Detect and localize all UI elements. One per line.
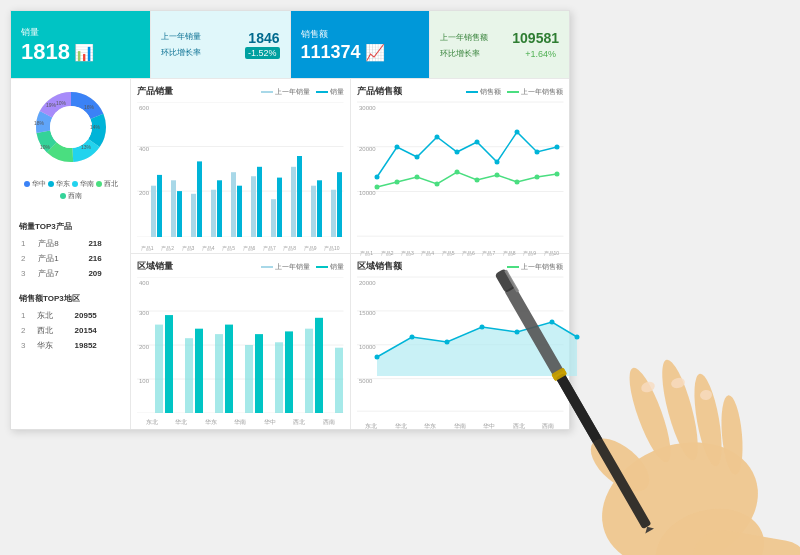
svg-text:10%: 10% (55, 100, 66, 106)
x-label: 西北 (293, 418, 305, 427)
product-sales-svg: 30000 20000 10000 (357, 102, 564, 238)
legend-dot-xibei (96, 181, 102, 187)
svg-rect-39 (311, 186, 316, 237)
table-row: 3 产品7 209 (19, 266, 122, 281)
legend-xinan: 西南 (60, 191, 82, 201)
legend-curr-vol: 销量 (316, 87, 344, 97)
x-label: 产品10 (324, 245, 340, 251)
x-label: 产品9 (523, 250, 536, 256)
svg-rect-31 (231, 172, 236, 237)
legend-region-prev: 上一年销量 (261, 262, 310, 272)
svg-rect-95 (684, 525, 800, 555)
product-sales-panel: 产品销售额 销售额 上一年销售额 (351, 79, 570, 253)
product-sales-title: 产品销售额 (357, 85, 402, 98)
svg-rect-26 (177, 191, 182, 237)
svg-marker-82 (643, 524, 654, 533)
svg-text:13%: 13% (80, 144, 91, 150)
dot (409, 335, 414, 340)
region-name-2: 西北 (35, 323, 73, 338)
legend-label-region-prev: 上一年销量 (275, 262, 310, 272)
svg-rect-33 (251, 176, 256, 237)
svg-text:10000: 10000 (359, 190, 376, 196)
svg-text:300: 300 (139, 310, 150, 316)
legend-label-curr-vol: 销量 (330, 87, 344, 97)
x-label: 华中 (483, 422, 495, 431)
top3-regions-title: 销售额TOP3地区 (19, 293, 122, 304)
value-3: 209 (86, 266, 122, 281)
svg-text:600: 600 (139, 105, 150, 111)
sub-value-vol: 1846 (248, 31, 279, 45)
product-volume-panel: 产品销量 上一年销量 销量 (131, 79, 351, 253)
dot (514, 330, 519, 335)
x-label: 华东 (205, 418, 217, 427)
legend-line-region-curr (316, 266, 328, 268)
svg-text:10%: 10% (39, 144, 50, 150)
sales-line-prev (377, 172, 557, 187)
dot (514, 130, 519, 135)
dot (444, 340, 449, 345)
svg-text:30000: 30000 (359, 105, 376, 111)
region-sales-title: 区域销售额 (357, 260, 402, 273)
change-value-vol: -1.52% (245, 47, 280, 59)
top3-products-title: 销量TOP3产品 (19, 221, 122, 232)
svg-text:100: 100 (139, 378, 150, 384)
product-sales-x-labels: 产品1 产品2 产品3 产品4 产品5 产品6 产品7 产品8 产品9 产品10 (357, 250, 564, 256)
legend-xibei: 西北 (96, 179, 118, 189)
x-label: 华南 (234, 418, 246, 427)
x-label: 华北 (175, 418, 187, 427)
svg-marker-99 (643, 524, 654, 533)
legend-huazhong: 华中 (24, 179, 46, 189)
svg-rect-29 (211, 190, 216, 237)
svg-rect-25 (171, 180, 176, 237)
product-3: 产品7 (36, 266, 86, 281)
svg-point-97 (670, 376, 686, 389)
legend-line-sales-prev (507, 91, 519, 93)
x-label: 产品2 (161, 245, 174, 251)
svg-text:200: 200 (139, 344, 150, 350)
x-label: 产品8 (283, 245, 296, 251)
svg-rect-34 (257, 167, 262, 237)
product-1: 产品8 (36, 236, 86, 251)
svg-text:400: 400 (139, 146, 150, 152)
legend-line-prev (261, 91, 273, 93)
region-volume-title-row: 区域销量 上一年销量 销量 (137, 260, 344, 273)
dot (474, 178, 479, 183)
svg-rect-60 (165, 315, 173, 413)
svg-rect-42 (337, 172, 342, 237)
top3-products-table: 1 产品8 218 2 产品1 216 3 产品7 209 (19, 236, 122, 281)
sales-line-curr (377, 132, 557, 177)
table-row: 1 东北 20955 (19, 308, 122, 323)
x-label: 产品3 (182, 245, 195, 251)
top3-regions-section: 销售额TOP3地区 1 东北 20955 2 西北 20154 3 华东 (19, 293, 122, 353)
svg-text:10000: 10000 (359, 344, 376, 350)
dot (434, 135, 439, 140)
x-label: 产品1 (141, 245, 154, 251)
x-label: 华北 (395, 422, 407, 431)
dot (574, 335, 579, 340)
x-label: 华中 (264, 418, 276, 427)
region-name-1: 东北 (35, 308, 73, 323)
region-sales-chart-area: 20000 15000 10000 5000 (357, 277, 564, 431)
x-label: 产品4 (421, 250, 434, 256)
legend-label-sales-prev: 上一年销售额 (521, 87, 563, 97)
x-label: 产品2 (381, 250, 394, 256)
product-sales-chart-area: 30000 20000 10000 (357, 102, 564, 256)
legend-label-xibei: 西北 (104, 179, 118, 189)
dashboard: 销量 1818 📊 上一年销量 1846 环比增长率 -1.52% 销售额 (10, 10, 570, 430)
svg-rect-28 (197, 161, 202, 237)
legend-dot-huanan (72, 181, 78, 187)
legend-line-sales (466, 91, 478, 93)
svg-rect-70 (315, 318, 323, 413)
svg-rect-68 (285, 331, 293, 413)
region-rank-1: 1 (19, 308, 35, 323)
x-label: 产品5 (222, 245, 235, 251)
area-fill (377, 322, 577, 376)
region-value-1: 20955 (73, 308, 122, 323)
region-sales-svg: 20000 15000 10000 5000 (357, 277, 564, 413)
svg-rect-40 (317, 180, 322, 237)
svg-text:16%: 16% (83, 104, 94, 110)
x-label: 产品6 (462, 250, 475, 256)
x-label: 西北 (513, 422, 525, 431)
svg-text:19%: 19% (45, 102, 56, 108)
kpi-sales-amount: 销售额 111374 📈 (291, 11, 431, 78)
